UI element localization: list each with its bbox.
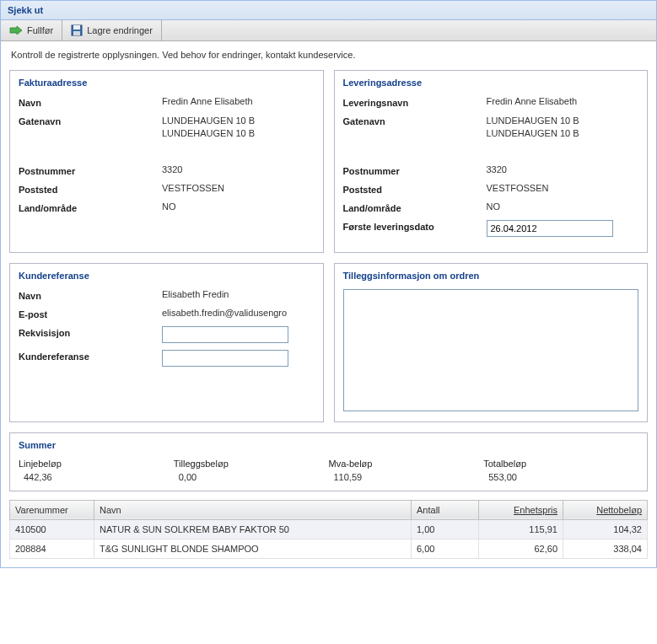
tilleggsbelop-val: 0,00 [174, 472, 329, 482]
cell-antall: 1,00 [412, 519, 479, 539]
levering-dato-input[interactable] [487, 220, 613, 237]
cell-varenummer: 208884 [10, 539, 94, 558]
cell-nettobelop: 338,04 [563, 539, 648, 558]
complete-icon [9, 25, 23, 35]
kundereferanse-box: Kundereferanse Navn Elisabeth Fredin E-p… [9, 263, 324, 422]
checkout-panel: Sjekk ut Fullfør Lagre endringer Kontrol… [0, 0, 657, 568]
levering-navn-label: Leveringsnavn [343, 96, 487, 108]
levering-gate-label: Gatenavn [343, 115, 487, 126]
mvabelop-label: Mva-beløp [329, 459, 484, 469]
levering-land-label: Land/område [343, 201, 487, 213]
fakturaadresse-box: Fakturaadresse Navn Fredin Anne Elisabet… [9, 70, 324, 253]
faktura-navn-val: Fredin Anne Elisabeth [162, 96, 315, 106]
svg-rect-2 [73, 31, 80, 35]
summer-box: Summer Linjebeløp 442,36 Tilleggsbeløp 0… [9, 432, 648, 491]
hdr-navn[interactable]: Navn [94, 500, 412, 519]
table-row[interactable]: 410500NATUR & SUN SOLKREM BABY FAKTOR 50… [10, 519, 648, 539]
tilleggsinfo-box: Tilleggsinformasjon om ordren [334, 263, 649, 422]
faktura-land-val: NO [162, 201, 315, 212]
cell-navn: T&G SUNLIGHT BLONDE SHAMPOO [94, 539, 412, 558]
kunderef-navn-val: Elisabeth Fredin [162, 289, 315, 299]
leveringsadresse-box: Leveringsadresse Leveringsnavn Fredin An… [334, 70, 649, 253]
faktura-gate-val1: LUNDEHAUGEN 10 B [162, 115, 315, 127]
kunderef-epost-label: E-post [19, 308, 162, 319]
kunderef-kref-label: Kundereferanse [19, 350, 162, 362]
svg-rect-1 [73, 25, 80, 30]
levering-title: Leveringsadresse [343, 78, 639, 88]
faktura-postnr-label: Postnummer [19, 164, 162, 176]
panel-title: Sjekk ut [1, 1, 656, 20]
lagre-button[interactable]: Lagre endringer [62, 20, 162, 40]
cell-enhetspris: 115,91 [479, 519, 563, 539]
rekvisisjon-input[interactable] [162, 326, 288, 343]
levering-poststed-val: VESTFOSSEN [487, 183, 639, 193]
save-icon [71, 24, 83, 36]
kunderef-title: Kundereferanse [19, 271, 315, 281]
faktura-navn-label: Navn [19, 96, 162, 108]
tillegg-title: Tilleggsinformasjon om ordren [343, 271, 639, 281]
levering-gate-val2: LUNDEHAUGEN 10 B [487, 127, 639, 140]
totalbelop-label: Totalbeløp [483, 459, 638, 469]
hdr-antall[interactable]: Antall [412, 500, 479, 519]
items-table: Varenummer Navn Antall Enhetspris Nettob… [9, 500, 648, 559]
cell-navn: NATUR & SUN SOLKREM BABY FAKTOR 50 [94, 519, 412, 539]
hdr-varenummer[interactable]: Varenummer [10, 500, 94, 519]
fullfor-label: Fullfør [27, 25, 53, 35]
levering-postnr-val: 3320 [487, 164, 639, 174]
hdr-nettobelop[interactable]: Nettobeløp [563, 500, 648, 519]
faktura-gate-label: Gatenavn [19, 115, 162, 126]
hdr-enhetspris[interactable]: Enhetspris [479, 500, 563, 519]
mvabelop-val: 110,59 [329, 472, 484, 482]
kundereferanse-input[interactable] [162, 350, 288, 367]
cell-nettobelop: 104,32 [563, 519, 648, 539]
cell-antall: 6,00 [412, 539, 479, 558]
tilleggsinfo-textarea[interactable] [343, 289, 639, 411]
toolbar: Fullfør Lagre endringer [1, 20, 656, 41]
fullfor-button[interactable]: Fullfør [1, 20, 62, 40]
kunderef-navn-label: Navn [19, 289, 162, 301]
faktura-poststed-val: VESTFOSSEN [162, 183, 315, 193]
faktura-title: Fakturaadresse [19, 78, 315, 88]
levering-navn-val: Fredin Anne Elisabeth [487, 96, 639, 106]
levering-dato-label: Første leveringsdato [343, 220, 487, 232]
faktura-poststed-label: Poststed [19, 183, 162, 195]
summer-title: Summer [19, 440, 638, 450]
cell-varenummer: 410500 [10, 519, 94, 539]
levering-land-val: NO [487, 201, 639, 212]
linjebelop-val: 442,36 [19, 472, 174, 482]
levering-poststed-label: Poststed [343, 183, 487, 195]
faktura-postnr-val: 3320 [162, 164, 315, 174]
table-row[interactable]: 208884T&G SUNLIGHT BLONDE SHAMPOO6,0062,… [10, 539, 648, 558]
faktura-gate-val2: LUNDEHAUGEN 10 B [162, 127, 315, 140]
lagre-label: Lagre endringer [87, 25, 153, 35]
instruction-text: Kontroll de registrerte opplysningen. Ve… [11, 50, 648, 60]
faktura-land-label: Land/område [19, 201, 162, 213]
totalbelop-val: 553,00 [483, 472, 638, 482]
linjebelop-label: Linjebeløp [19, 459, 174, 469]
cell-enhetspris: 62,60 [479, 539, 563, 558]
tilleggsbelop-label: Tilleggsbeløp [174, 459, 329, 469]
levering-postnr-label: Postnummer [343, 164, 487, 176]
kunderef-rekv-label: Rekvisisjon [19, 326, 162, 338]
levering-gate-val1: LUNDEHAUGEN 10 B [487, 115, 639, 127]
kunderef-epost-val: elisabeth.fredin@validusengro [162, 308, 315, 318]
